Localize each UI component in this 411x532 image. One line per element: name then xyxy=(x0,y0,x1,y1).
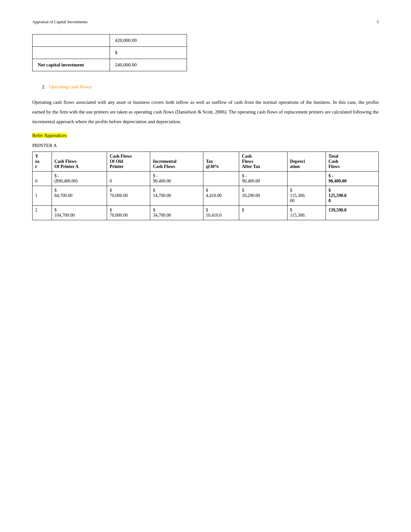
page-number: 5 xyxy=(377,19,379,25)
section2-title: 2. Operating cash flows: xyxy=(32,84,379,90)
header-depreciation: Depreci ation xyxy=(287,152,326,172)
table-row: 1 $ 84,700.00 $ 70,000.00 $ 14,700.00 $ … xyxy=(33,186,379,206)
document-title: Appraisal of Capital Investments xyxy=(32,19,88,25)
cf-old-1: $ 70,000.00 xyxy=(107,186,150,206)
incremental-2: $ 34,700.00 xyxy=(150,206,203,220)
row2-symbol: $ xyxy=(110,47,187,59)
empty-label xyxy=(33,34,110,47)
section-link: Operating cash flows xyxy=(49,84,90,89)
row1-value: 420,000.00 xyxy=(110,34,187,47)
year-0: 0 xyxy=(33,172,52,186)
tax-0 xyxy=(203,172,239,186)
empty-label2 xyxy=(33,47,110,59)
table-row: 0 $ - ($90,400.00) 0 $ - 90,400.00 $ - 9… xyxy=(33,172,379,186)
printer-label: PRINTER A xyxy=(32,143,379,148)
table-row: Net capital investment 240,000.00 xyxy=(33,59,187,71)
header-cf-printer-a: Cash Flows Of Printer A xyxy=(52,152,107,172)
table-row: 2 $ 104,700.00 $ 70,000.00 $ 34,700.00 $… xyxy=(33,206,379,220)
table-header-row: Y ea r Cash Flows Of Printer A Cash Flow… xyxy=(33,152,379,172)
total-2: 139,590.0 xyxy=(326,206,378,220)
header-total: Total Cash Flows xyxy=(326,152,378,172)
cf-after-tax-2: $ xyxy=(239,206,287,220)
section2-heading: 2. Operating cash flows: xyxy=(32,84,379,90)
header-cf-old: Cash Flows Of Old Printer xyxy=(107,152,150,172)
depreciation-0 xyxy=(287,172,326,186)
cf-after-tax-1: $ 10,290.00 xyxy=(239,186,287,206)
incremental-0: $ - 90,400.00 xyxy=(150,172,203,186)
summary-table: 420,000.00 $ Net capital investment 240,… xyxy=(32,34,187,71)
table-row: $ xyxy=(33,47,187,59)
refer-appendices-text: Refer Appendices xyxy=(32,133,67,138)
tax-2: $ 10,410.0 xyxy=(203,206,239,220)
section-colon: : xyxy=(90,84,92,89)
year-1: 1 xyxy=(33,186,52,206)
body-paragraph: Operating cash flows associated with any… xyxy=(32,97,379,126)
incremental-1: $ 14,700.00 xyxy=(150,186,203,206)
cf-old-0: 0 xyxy=(107,172,150,186)
cash-flows-table: Y ea r Cash Flows Of Printer A Cash Flow… xyxy=(32,152,379,220)
year-2: 2 xyxy=(33,206,52,220)
tax-1: $ 4,410.00 xyxy=(203,186,239,206)
header-tax: Tax @30% xyxy=(203,152,239,172)
cf-old-2: $ 70,000.00 xyxy=(107,206,150,220)
cf-printer-a-0: $ - ($90,400.00) xyxy=(52,172,107,186)
cf-printer-a-1: $ 84,700.00 xyxy=(52,186,107,206)
depreciation-2: $ 115,300. xyxy=(287,206,326,220)
total-0: $ - 90,400.00 xyxy=(326,172,378,186)
table-row: 420,000.00 xyxy=(33,34,187,47)
header-incremental: Incremental Cash Flows xyxy=(150,152,203,172)
section-number: 2. xyxy=(42,84,45,89)
total-1: $ 125,590.0 0 xyxy=(326,186,378,206)
cf-after-tax-0: $ - 90,400.00 xyxy=(239,172,287,186)
refer-appendices-block: Refer Appendices xyxy=(32,133,379,138)
cf-printer-a-2: $ 104,700.00 xyxy=(52,206,107,220)
header-cf-after-tax: Cash Flows After Tax xyxy=(239,152,287,172)
page-header: Appraisal of Capital Investments 5 xyxy=(32,19,379,25)
net-capital-value: 240,000.00 xyxy=(110,59,187,71)
net-capital-label: Net capital investment xyxy=(33,59,110,71)
header-year: Y ea r xyxy=(33,152,52,172)
depreciation-1: $ 115,300. 00 xyxy=(287,186,326,206)
